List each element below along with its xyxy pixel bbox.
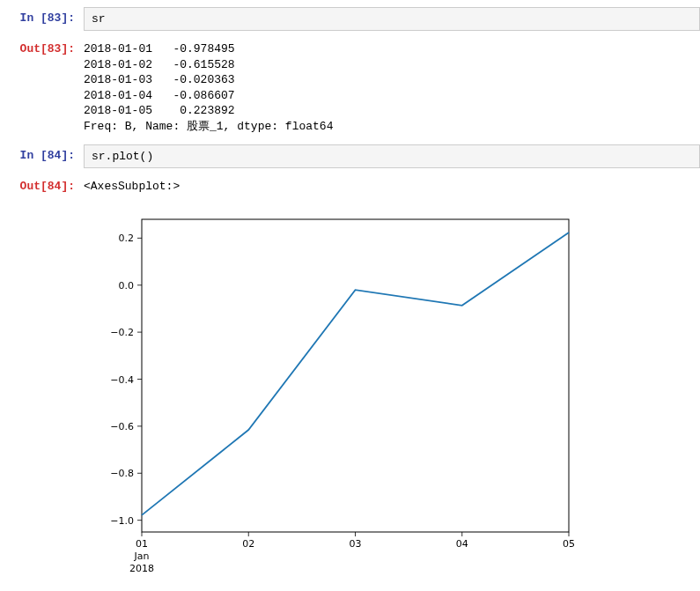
y-tick-label: −1.0 <box>110 514 134 526</box>
code-input-84[interactable]: sr.plot() <box>84 144 700 168</box>
cell-84-output: Out[84]: <AxesSubplot:> −1.0−0.8−0.6−0.4… <box>0 175 700 584</box>
x-tick-label: 02 <box>242 538 254 550</box>
chart-container: −1.0−0.8−0.6−0.4−0.20.00.20102030405Jan2… <box>84 202 700 584</box>
plot-border <box>142 219 569 532</box>
cell-84-output-repr: <AxesSubplot:> <box>84 175 700 202</box>
y-tick-label: −0.2 <box>110 327 134 338</box>
line-chart: −1.0−0.8−0.6−0.4−0.20.00.20102030405Jan2… <box>89 211 582 580</box>
y-tick-label: 0.2 <box>119 233 135 244</box>
x-tick-label: 03 <box>350 538 362 550</box>
x-tick-label: 04 <box>456 538 468 550</box>
y-tick-label: −0.8 <box>110 468 134 479</box>
cell-84-input-content: sr.plot() <box>84 144 700 172</box>
x-sublabel: Jan <box>134 550 150 562</box>
x-tick-label: 05 <box>563 538 575 550</box>
in-prompt-83: In [83]: <box>0 7 84 34</box>
y-tick-label: −0.4 <box>110 373 134 385</box>
in-prompt-84: In [84]: <box>0 144 84 172</box>
cell-84-input: In [84]: sr.plot() <box>0 144 700 172</box>
y-tick-label: −0.6 <box>110 421 134 432</box>
data-line <box>142 233 569 515</box>
y-tick-label: 0.0 <box>119 280 135 292</box>
out-prompt-83: Out[83]: <box>0 38 84 141</box>
cell-84-output-content: <AxesSubplot:> −1.0−0.8−0.6−0.4−0.20.00.… <box>84 175 700 584</box>
x-sublabel: 2018 <box>129 563 154 574</box>
cell-83-output: Out[83]: 2018-01-01 -0.978495 2018-01-02… <box>0 38 700 141</box>
cell-83-input: In [83]: sr <box>0 7 700 34</box>
cell-83-input-content: sr <box>84 7 700 34</box>
code-input-83[interactable]: sr <box>84 7 700 31</box>
x-tick-label: 01 <box>136 538 148 550</box>
cell-83-output-text: 2018-01-01 -0.978495 2018-01-02 -0.61552… <box>84 38 700 141</box>
cell-83-output-content: 2018-01-01 -0.978495 2018-01-02 -0.61552… <box>84 38 700 141</box>
out-prompt-84: Out[84]: <box>0 175 84 584</box>
